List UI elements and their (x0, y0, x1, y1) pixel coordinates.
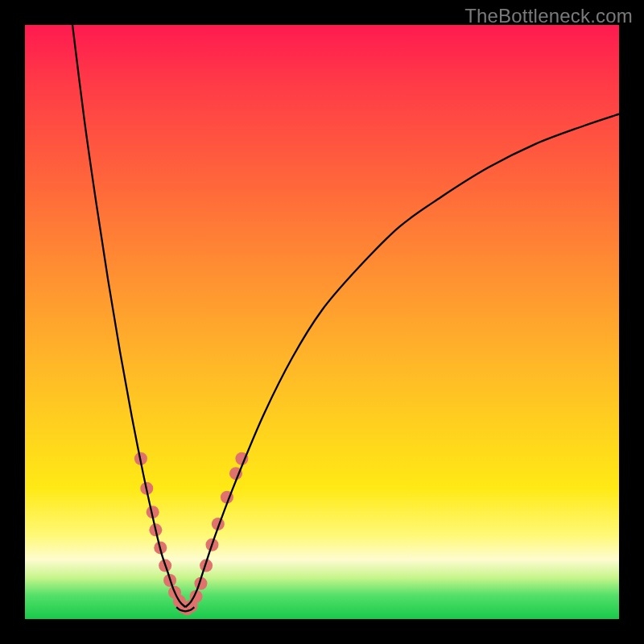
marker-group (134, 452, 248, 616)
watermark-text: TheBottleneck.com (464, 5, 633, 27)
chart-frame: TheBottleneck.com (0, 0, 644, 644)
curve-right (185, 114, 619, 608)
chart-svg (25, 25, 619, 619)
plot-area (25, 25, 619, 619)
curve-left (72, 25, 185, 607)
